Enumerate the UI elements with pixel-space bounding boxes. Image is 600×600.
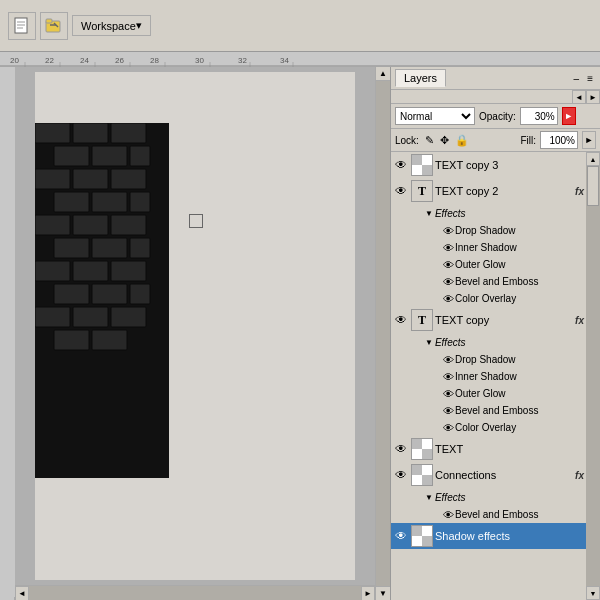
fill-arrow[interactable]: ► bbox=[582, 131, 596, 149]
layer-text-copy-3[interactable]: 👁 TEXT copy 3 bbox=[391, 152, 586, 178]
panel-scroll-left[interactable]: ◄ bbox=[572, 90, 586, 104]
effect-outer-glow-copy[interactable]: 👁 Outer Glow bbox=[391, 385, 586, 402]
layer-connections[interactable]: 👁 Connections fx bbox=[391, 462, 586, 488]
layer-text-copy[interactable]: 👁 T TEXT copy fx bbox=[391, 307, 586, 333]
svg-rect-56 bbox=[54, 330, 89, 350]
effect-outer-glow-2[interactable]: 👁 Outer Glow bbox=[391, 256, 586, 273]
layer-text[interactable]: 👁 TEXT bbox=[391, 436, 586, 462]
opacity-arrow[interactable]: ► bbox=[562, 107, 576, 125]
effect-eye-icon[interactable]: 👁 bbox=[441, 370, 455, 384]
layers-tab[interactable]: Layers bbox=[395, 69, 446, 87]
svg-rect-58 bbox=[412, 155, 422, 165]
canvas-scrollbar[interactable]: ▲ ▼ bbox=[375, 67, 390, 600]
panel-menu-btn[interactable]: ≡ bbox=[584, 72, 596, 85]
layer-name: TEXT copy bbox=[435, 314, 573, 326]
eye-icon[interactable]: 👁 bbox=[393, 528, 409, 544]
svg-rect-45 bbox=[92, 238, 127, 258]
svg-rect-33 bbox=[92, 146, 127, 166]
effects-label: Effects bbox=[435, 337, 466, 348]
svg-rect-5 bbox=[46, 19, 52, 23]
effect-eye-icon[interactable]: 👁 bbox=[441, 387, 455, 401]
layer-text-copy-2[interactable]: 👁 T TEXT copy 2 fx bbox=[391, 178, 586, 204]
triangle-icon: ▼ bbox=[425, 338, 433, 347]
eye-icon[interactable]: 👁 bbox=[393, 157, 409, 173]
svg-rect-54 bbox=[73, 307, 108, 327]
eye-icon[interactable]: 👁 bbox=[393, 312, 409, 328]
layer-name: Shadow effects bbox=[435, 530, 584, 542]
layer-shadow-effects[interactable]: 👁 Shadow effects bbox=[391, 523, 586, 549]
workspace-arrow: ▾ bbox=[136, 19, 142, 32]
scroll-down-btn[interactable]: ▼ bbox=[376, 586, 390, 600]
effects-label: Effects bbox=[435, 208, 466, 219]
effect-eye-icon[interactable]: 👁 bbox=[441, 404, 455, 418]
svg-rect-52 bbox=[130, 284, 150, 304]
svg-text:32: 32 bbox=[238, 56, 247, 65]
workspace-button[interactable]: Workspace ▾ bbox=[72, 15, 151, 36]
eye-icon[interactable]: 👁 bbox=[393, 183, 409, 199]
scroll-left-btn[interactable]: ◄ bbox=[15, 586, 29, 600]
panel-scroll-right[interactable]: ► bbox=[586, 90, 600, 104]
scroll-thumb[interactable] bbox=[587, 166, 599, 206]
document-icon[interactable] bbox=[8, 12, 36, 40]
effect-eye-icon[interactable]: 👁 bbox=[441, 241, 455, 255]
panel-collapse-btn[interactable]: – bbox=[571, 72, 583, 85]
svg-rect-53 bbox=[35, 307, 70, 327]
blend-row: Normal Opacity: ► bbox=[391, 104, 600, 129]
eye-icon[interactable]: 👁 bbox=[393, 467, 409, 483]
scroll-up-btn[interactable]: ▲ bbox=[586, 152, 600, 166]
effect-color-overlay-2[interactable]: 👁 Color Overlay bbox=[391, 290, 586, 307]
ruler: 20 22 24 26 28 30 32 34 bbox=[0, 52, 600, 67]
effect-bevel-emboss-connections[interactable]: 👁 Bevel and Emboss bbox=[391, 506, 586, 523]
circle-marker bbox=[189, 214, 203, 228]
effect-eye-icon[interactable]: 👁 bbox=[441, 508, 455, 522]
svg-rect-48 bbox=[73, 261, 108, 281]
effect-name: Inner Shadow bbox=[455, 371, 517, 382]
effect-drop-shadow-copy[interactable]: 👁 Drop Shadow bbox=[391, 351, 586, 368]
effect-bevel-emboss-copy[interactable]: 👁 Bevel and Emboss bbox=[391, 402, 586, 419]
eye-icon[interactable]: 👁 bbox=[393, 441, 409, 457]
lock-move-icon[interactable]: ✥ bbox=[438, 133, 451, 148]
lock-all-icon[interactable]: 🔒 bbox=[453, 133, 471, 148]
effect-drop-shadow-2[interactable]: 👁 Drop Shadow bbox=[391, 222, 586, 239]
svg-rect-69 bbox=[412, 475, 422, 485]
svg-text:34: 34 bbox=[280, 56, 289, 65]
layer-name: TEXT copy 3 bbox=[435, 159, 584, 171]
svg-rect-44 bbox=[54, 238, 89, 258]
effect-eye-icon[interactable]: 👁 bbox=[441, 292, 455, 306]
effects-header-connections[interactable]: ▼ Effects bbox=[391, 488, 586, 506]
svg-rect-57 bbox=[92, 330, 127, 350]
effect-name: Color Overlay bbox=[455, 293, 516, 304]
effect-bevel-emboss-2[interactable]: 👁 Bevel and Emboss bbox=[391, 273, 586, 290]
fill-input[interactable] bbox=[540, 131, 578, 149]
svg-rect-60 bbox=[422, 155, 432, 165]
layer-thumb bbox=[411, 154, 433, 176]
open-icon[interactable] bbox=[40, 12, 68, 40]
effect-inner-shadow-2[interactable]: 👁 Inner Shadow bbox=[391, 239, 586, 256]
h-scroll-track bbox=[29, 586, 361, 600]
layers-panel: Layers – ≡ ◄ ► Normal Opacity: ► Lock: bbox=[390, 67, 600, 600]
effect-color-overlay-copy[interactable]: 👁 Color Overlay bbox=[391, 419, 586, 436]
layer-name: TEXT bbox=[435, 443, 584, 455]
effect-eye-icon[interactable]: 👁 bbox=[441, 275, 455, 289]
canvas-content bbox=[15, 67, 375, 585]
blend-mode-select[interactable]: Normal bbox=[395, 107, 475, 125]
opacity-input[interactable] bbox=[520, 107, 558, 125]
effects-header-2[interactable]: ▼ Effects bbox=[391, 204, 586, 222]
scroll-right-btn[interactable]: ► bbox=[361, 586, 375, 600]
effects-header-copy[interactable]: ▼ Effects bbox=[391, 333, 586, 351]
effect-eye-icon[interactable]: 👁 bbox=[441, 258, 455, 272]
effect-inner-shadow-copy[interactable]: 👁 Inner Shadow bbox=[391, 368, 586, 385]
brick-layer bbox=[35, 123, 169, 479]
svg-text:22: 22 bbox=[45, 56, 54, 65]
toolbar: Workspace ▾ bbox=[0, 0, 600, 52]
svg-rect-62 bbox=[412, 439, 422, 449]
effect-eye-icon[interactable]: 👁 bbox=[441, 353, 455, 367]
layers-list-wrapper: 👁 TEXT copy 3 👁 T TEXT copy 2 fx ▼ Effec… bbox=[391, 152, 600, 600]
scroll-up-btn[interactable]: ▲ bbox=[376, 67, 390, 81]
lock-pixel-icon[interactable]: ✎ bbox=[423, 133, 436, 148]
effect-eye-icon[interactable]: 👁 bbox=[441, 224, 455, 238]
top-scroll-row: ◄ ► bbox=[391, 90, 600, 104]
scroll-down-btn[interactable]: ▼ bbox=[586, 586, 600, 600]
effect-eye-icon[interactable]: 👁 bbox=[441, 421, 455, 435]
layer-thumb bbox=[411, 438, 433, 460]
